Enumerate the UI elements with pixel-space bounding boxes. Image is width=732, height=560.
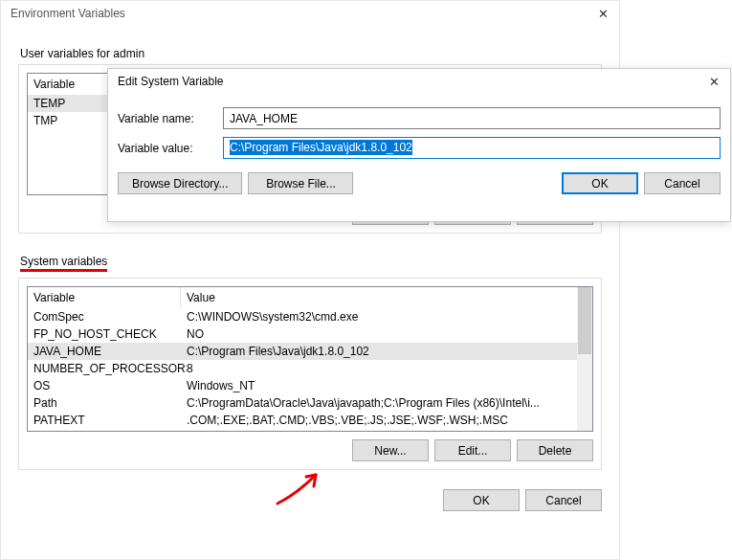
browse-file-button[interactable]: Browse File... <box>248 172 353 194</box>
edit-variable-dialog: Edit System Variable ✕ Variable name: Va… <box>107 68 731 222</box>
modal-cancel-button[interactable]: Cancel <box>644 172 721 194</box>
system-vars-list[interactable]: Variable Value ComSpecC:\WINDOWS\system3… <box>27 286 593 432</box>
system-vars-group: System variables Variable Value ComSpecC… <box>18 253 602 470</box>
main-ok-button[interactable]: OK <box>443 489 520 511</box>
list-row[interactable]: ComSpecC:\WINDOWS\system32\cmd.exe <box>28 308 592 325</box>
modal-title: Edit System Variable <box>118 75 224 88</box>
variable-name-input[interactable] <box>223 107 721 129</box>
main-title: Environment Variables <box>11 7 125 20</box>
main-titlebar: Environment Variables ✕ <box>1 1 619 26</box>
close-icon: ✕ <box>598 8 609 20</box>
system-delete-button[interactable]: Delete <box>517 439 593 461</box>
system-edit-button[interactable]: Edit... <box>434 439 511 461</box>
modal-titlebar: Edit System Variable ✕ <box>108 69 730 94</box>
system-new-button[interactable]: New... <box>352 439 429 461</box>
col-variable[interactable]: Variable <box>28 287 181 308</box>
browse-directory-button[interactable]: Browse Directory... <box>118 172 242 194</box>
variable-value-input[interactable]: C:\Program Files\Java\jdk1.8.0_102 <box>223 137 721 159</box>
col-value[interactable]: Value <box>181 287 592 308</box>
modal-close-button[interactable]: ✕ <box>707 75 721 88</box>
close-icon: ✕ <box>709 76 720 88</box>
modal-ok-button[interactable]: OK <box>562 172 638 194</box>
list-row[interactable]: NUMBER_OF_PROCESSORS8 <box>28 360 592 377</box>
main-close-button[interactable]: ✕ <box>596 7 610 20</box>
list-row[interactable]: PathC:\ProgramData\Oracle\Java\javapath;… <box>28 394 592 412</box>
main-cancel-button[interactable]: Cancel <box>525 489 602 511</box>
system-vars-label: System variables <box>20 255 107 272</box>
scrollbar-thumb[interactable] <box>578 287 591 354</box>
user-vars-label: User variables for admin <box>18 45 602 64</box>
list-row[interactable]: JAVA_HOMEC:\Program Files\Java\jdk1.8.0_… <box>28 343 592 360</box>
list-row[interactable]: FP_NO_HOST_CHECKNO <box>28 325 592 343</box>
list-row[interactable]: OSWindows_NT <box>28 377 592 394</box>
variable-value-label: Variable value: <box>118 142 223 155</box>
scrollbar[interactable] <box>577 287 592 431</box>
variable-name-label: Variable name: <box>118 112 223 125</box>
list-row[interactable]: PATHEXT.COM;.EXE;.BAT;.CMD;.VBS;.VBE;.JS… <box>28 412 592 429</box>
